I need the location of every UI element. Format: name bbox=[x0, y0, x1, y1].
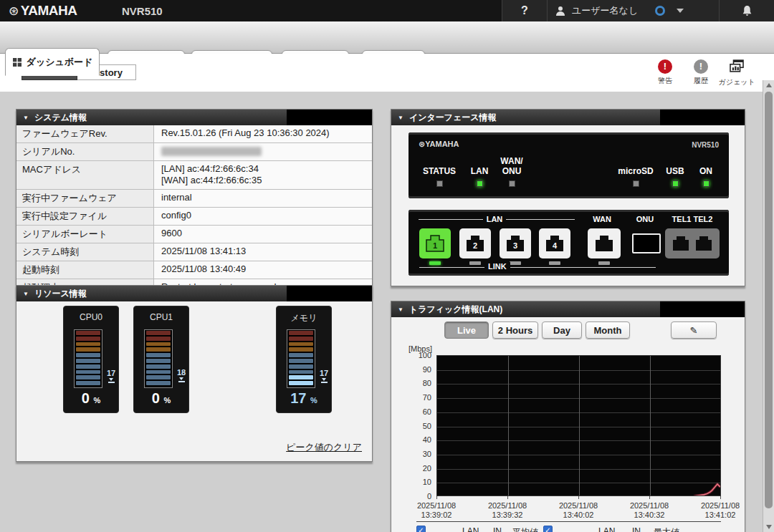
row-label: MACアドレス bbox=[16, 161, 154, 189]
y-tick-label: 50 bbox=[401, 422, 431, 430]
y-tick-label: 30 bbox=[401, 450, 431, 458]
help-button[interactable]: ? bbox=[502, 0, 547, 21]
panel-title: リソース情報 bbox=[34, 288, 87, 300]
y-tick-label: 90 bbox=[401, 365, 431, 374]
range-month-button[interactable]: Month bbox=[586, 321, 630, 339]
y-tick-label: 70 bbox=[401, 393, 431, 402]
lan-group-line bbox=[419, 219, 483, 220]
lan-port-2: 2 bbox=[459, 228, 491, 258]
status-led bbox=[436, 180, 443, 187]
legend-interface: LAN bbox=[462, 526, 479, 532]
scroll-up-button[interactable] bbox=[763, 80, 774, 90]
history-log-button[interactable]: ! 履歴 bbox=[684, 58, 717, 86]
legend-direction: IN bbox=[632, 526, 641, 532]
legend-checkbox-avg[interactable]: ✓ bbox=[416, 526, 426, 532]
legend-divider bbox=[416, 521, 721, 522]
yamaha-brand: ⊛ YAMAHA bbox=[9, 0, 77, 21]
row-value: 9600 bbox=[154, 226, 372, 243]
legend-direction: IN bbox=[493, 526, 502, 532]
user-menu[interactable]: ユーザー名なし bbox=[547, 0, 719, 21]
microsd-led bbox=[633, 180, 639, 187]
power-led bbox=[703, 180, 710, 187]
table-row: MACアドレス [LAN] ac:44:f2:66:6c:34 [WAN] ac… bbox=[16, 161, 372, 190]
lan1-link-led bbox=[429, 261, 441, 265]
clear-peak-link[interactable]: ピーク値のクリア bbox=[286, 441, 362, 454]
pencil-icon: ✎ bbox=[690, 325, 698, 336]
panel-title: トラフィック情報(LAN) bbox=[409, 304, 502, 316]
row-label: システム時刻 bbox=[16, 243, 154, 261]
notifications-button[interactable] bbox=[719, 0, 774, 21]
row-value: config0 bbox=[154, 208, 372, 225]
wan-port bbox=[588, 228, 621, 258]
lan-port-1: 1 bbox=[419, 228, 451, 258]
collapse-caret-icon: ▼ bbox=[23, 291, 29, 297]
system-info-header[interactable]: ▼ システム情報 bbox=[16, 110, 372, 125]
row-value bbox=[154, 143, 372, 160]
gadget-button[interactable]: ガジェット bbox=[718, 58, 755, 87]
legend-stat: 最大値 bbox=[654, 526, 679, 532]
cpu1-gauge: CPU1 18 0 % bbox=[133, 306, 189, 413]
led-wan-onu: WAN/ ONU bbox=[496, 153, 527, 187]
warning-button[interactable]: ! 警告 bbox=[649, 58, 682, 86]
edit-graph-button[interactable]: ✎ bbox=[671, 321, 717, 339]
traffic-info-header[interactable]: ▼ トラフィック情報(LAN) bbox=[391, 301, 745, 317]
row-label: シリアルボーレート bbox=[16, 226, 154, 243]
row-value: [LAN] ac:44:f2:66:6c:34 [WAN] ac:44:f2:6… bbox=[154, 161, 372, 189]
lan4-link-led bbox=[549, 261, 560, 265]
lan-led bbox=[477, 180, 483, 187]
main-tab-bar: ダッシュボード LANマップ かんたん設定 bbox=[0, 21, 774, 54]
status-ring-icon bbox=[655, 6, 665, 16]
traffic-plot bbox=[436, 355, 721, 496]
led-on: ON bbox=[694, 153, 718, 187]
panel-title: システム情報 bbox=[34, 112, 87, 124]
table-row: シリアルボーレート 9600 bbox=[16, 226, 372, 243]
gadget-icon bbox=[729, 59, 745, 72]
model-name: NVR510 bbox=[122, 0, 163, 21]
collapse-caret-icon: ▼ bbox=[398, 306, 403, 313]
range-live-button[interactable]: Live bbox=[444, 321, 489, 339]
y-tick-label: 0 bbox=[401, 492, 431, 500]
warning-label: 警告 bbox=[649, 76, 682, 86]
legend-checkbox-max[interactable]: ✓ bbox=[543, 526, 553, 532]
lan3-link-led bbox=[510, 261, 521, 265]
y-tick-label: 60 bbox=[401, 407, 431, 416]
range-2hours-button[interactable]: 2 Hours bbox=[492, 321, 538, 339]
gadget-label: ガジェット bbox=[718, 77, 755, 87]
lan-group-label: LAN bbox=[483, 215, 506, 223]
svg-text:4: 4 bbox=[553, 241, 558, 250]
bell-icon bbox=[741, 5, 753, 17]
cpu0-gauge: CPU0 17 0 % bbox=[63, 306, 119, 413]
row-label: ファームウェアRev. bbox=[16, 125, 154, 142]
row-value: 2025/11/08 13:41:13 bbox=[154, 243, 372, 261]
resource-info-header[interactable]: ▼ リソース情報 bbox=[16, 286, 372, 301]
row-value: internal bbox=[154, 190, 372, 207]
wan-label: WAN bbox=[580, 215, 624, 223]
x-tick-label: 2025/11/0813:39:02 bbox=[408, 501, 465, 520]
table-row: ファームウェアRev. Rev.15.01.26 (Fri Aug 23 10:… bbox=[16, 125, 372, 143]
user-icon bbox=[555, 5, 566, 16]
tab-dashboard[interactable]: ダッシュボード bbox=[5, 48, 100, 76]
onu-label: ONU bbox=[625, 215, 665, 223]
y-tick-label: 100 bbox=[401, 351, 431, 359]
system-info-table: ファームウェアRev. Rev.15.01.26 (Fri Aug 23 10:… bbox=[16, 125, 372, 296]
device-model: NVR510 bbox=[692, 141, 719, 149]
peak-marker-icon bbox=[108, 378, 115, 383]
y-tick-label: 20 bbox=[401, 464, 431, 473]
page-scrollbar bbox=[763, 80, 774, 532]
row-label: 起動時刻 bbox=[16, 261, 154, 279]
x-tick-label: 2025/11/0813:41:02 bbox=[692, 501, 749, 520]
table-row: 実行中ファームウェア internal bbox=[16, 190, 372, 208]
sub-bar: Live History ! 警告 ! 履歴 ガジェット bbox=[0, 54, 774, 92]
scrollbar-thumb[interactable] bbox=[765, 92, 773, 508]
redacted-serial bbox=[161, 147, 262, 156]
range-day-button[interactable]: Day bbox=[542, 321, 582, 339]
brand-name: YAMAHA bbox=[21, 3, 77, 19]
led-microsd: microSD bbox=[613, 153, 658, 187]
top-bar: ⊛ YAMAHA NVR510 ? ユーザー名なし bbox=[0, 0, 774, 21]
lan-port-4: 4 bbox=[539, 228, 570, 258]
mac-lan: [LAN] ac:44:f2:66:6c:34 bbox=[161, 163, 365, 175]
scroll-down-button[interactable] bbox=[763, 522, 774, 532]
interface-info-header[interactable]: ▼ インターフェース情報 bbox=[391, 110, 745, 125]
usb-led bbox=[672, 180, 679, 187]
panel-title: インターフェース情報 bbox=[409, 112, 497, 124]
